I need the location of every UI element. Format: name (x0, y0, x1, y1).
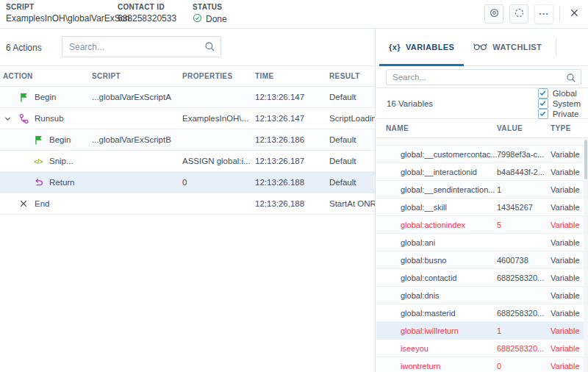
variable-name: global:__customercontac... (376, 150, 497, 159)
target-button[interactable] (484, 4, 503, 24)
variable-name: global:masterid (376, 309, 497, 318)
filter-label: Private (553, 110, 579, 118)
actions-search-input[interactable] (62, 37, 220, 57)
variables-x-icon: {x} (389, 43, 401, 51)
variable-row[interactable]: global:dnisVariable (376, 287, 588, 304)
glasses-icon (473, 42, 487, 52)
checkbox-icon[interactable] (538, 99, 548, 109)
runsub-icon (18, 112, 29, 124)
variable-value: 0 (497, 362, 551, 371)
action-label: Return (49, 178, 75, 187)
variable-row[interactable]: global:actionindex5Variable (376, 216, 588, 234)
properties-cell: ASSIGN global:i... (182, 157, 255, 165)
result-cell: Default (329, 157, 375, 165)
variable-type: Variable (551, 344, 588, 353)
action-row[interactable]: Begin...globalVarExScriptA12:13:26.147De… (0, 87, 375, 108)
close-button[interactable] (566, 6, 582, 22)
action-row[interactable]: </>Snip...ASSIGN global:i...12:13:26.187… (0, 151, 375, 172)
filter-system[interactable]: System (538, 99, 581, 109)
action-label: Begin (49, 135, 71, 144)
variable-type: Variable (551, 309, 588, 318)
action-row[interactable]: Return012:13:26.188Default (0, 172, 375, 193)
variable-row[interactable]: global:contactid688258320...Variable (376, 269, 588, 287)
variable-row[interactable]: global:__customercontac...7998ef3a-c...V… (376, 146, 588, 163)
filter-global[interactable]: Global (538, 88, 581, 99)
contact-id-label: CONTACT ID (118, 3, 176, 11)
action-cell: Begin (0, 87, 92, 107)
scrollbar-thumb[interactable] (584, 140, 587, 179)
variable-value: 1 (497, 185, 551, 194)
variable-type: Variable (551, 150, 588, 159)
result-cell: Default (329, 93, 375, 101)
variable-value: 688258320... (497, 273, 551, 282)
variables-table-header: NAME VALUE TYPE (376, 119, 588, 138)
status-label: STATUS (193, 3, 227, 11)
variable-row[interactable]: iwontreturn0Variable (376, 357, 588, 372)
variable-type: Variable (551, 256, 588, 265)
variable-name: global:busno (376, 256, 497, 265)
variable-name: global:iwillreturn (376, 326, 497, 335)
tab-variables-label: VARIABLES (406, 43, 454, 51)
variable-filters: GlobalSystemPrivate (526, 88, 581, 119)
check-circle-icon (193, 13, 202, 25)
action-cell: End (0, 193, 92, 214)
time-cell: 12:13:26.186 (255, 135, 329, 144)
checkbox-icon[interactable] (538, 109, 548, 119)
search-icon (204, 41, 215, 55)
column-time: TIME (255, 72, 329, 80)
properties-cell: 0 (182, 178, 255, 187)
variable-row[interactable]: global:aniVariable (376, 234, 588, 251)
variable-value: b4a8443f-2... (497, 168, 551, 176)
variable-row[interactable]: global:__interactionidb4a8443f-2...Varia… (376, 163, 588, 181)
variable-row[interactable]: global:__sendinteraction...1Variable (376, 181, 588, 198)
variable-value: 1 (497, 326, 551, 335)
action-row[interactable]: Begin...globalVarExScriptB12:13:26.186De… (0, 129, 375, 151)
trace-selection-button[interactable] (509, 4, 528, 24)
script-cell: ...globalVarExScriptA (92, 93, 182, 101)
variable-type: Variable (551, 185, 588, 194)
time-cell: 12:13:26.147 (255, 93, 329, 101)
variable-type: Variable (551, 238, 588, 247)
end-icon (18, 198, 29, 210)
action-cell: Return (0, 172, 92, 193)
time-cell: 12:13:26.188 (255, 178, 329, 187)
result-cell: StartAt ONRELE (329, 199, 375, 208)
variable-type: Variable (551, 168, 588, 176)
variable-row[interactable]: global:iwillreturn1Variable (376, 322, 588, 340)
column-action: ACTION (0, 72, 92, 80)
action-row[interactable]: RunsubExamplesInOH\...12:13:26.147Script… (0, 108, 375, 129)
chevron-down-icon[interactable] (4, 115, 12, 124)
action-label: Runsub (35, 114, 64, 123)
variable-row[interactable]: global:masterid688258320...Variable (376, 304, 588, 322)
contact-id-field: CONTACT ID 688258320533 (118, 3, 176, 24)
column-name: NAME (376, 124, 497, 132)
variable-row[interactable]: global:__skill14345267Variable (376, 198, 588, 216)
variables-filter-row: 16 Variables GlobalSystemPrivate (376, 88, 588, 119)
actions-toolbar: 6 Actions (0, 29, 375, 66)
variable-type: Variable (551, 326, 588, 335)
more-options-button[interactable]: ... (534, 4, 553, 24)
action-cell: Runsub (0, 108, 92, 129)
top-header: SCRIPT ExamplesInOH\globalVarExScri... C… (0, 0, 588, 29)
status-field: STATUS Done (193, 3, 227, 25)
variables-scrollbar[interactable] (584, 138, 588, 372)
close-icon (570, 7, 579, 21)
variable-value: 5 (497, 221, 551, 229)
script-cell: ...globalVarExScriptB (92, 135, 182, 144)
return-icon (32, 176, 44, 188)
checkbox-icon[interactable] (538, 88, 548, 99)
filter-private[interactable]: Private (538, 109, 581, 119)
status-value: Done (206, 14, 227, 24)
result-cell: Default (329, 178, 375, 187)
variable-value: 14345267 (497, 203, 551, 212)
tab-watchlist[interactable]: WATCHLIST (464, 29, 551, 65)
variable-row[interactable]: iseeyou688258320...Variable (376, 340, 588, 357)
action-row[interactable]: End12:13:26.188StartAt ONRELE (0, 193, 375, 215)
tab-variables[interactable]: {x} VARIABLES (379, 29, 464, 65)
tab-watchlist-label: WATCHLIST (492, 43, 542, 51)
variable-row[interactable]: global:busno4600738Variable (376, 251, 588, 269)
ellipsis-icon: ... (539, 6, 549, 17)
variables-table-body: global:__customercontac...7998ef3a-c...V… (376, 146, 588, 372)
variable-name: global:__skill (376, 203, 497, 212)
variables-search-input[interactable] (387, 70, 581, 85)
